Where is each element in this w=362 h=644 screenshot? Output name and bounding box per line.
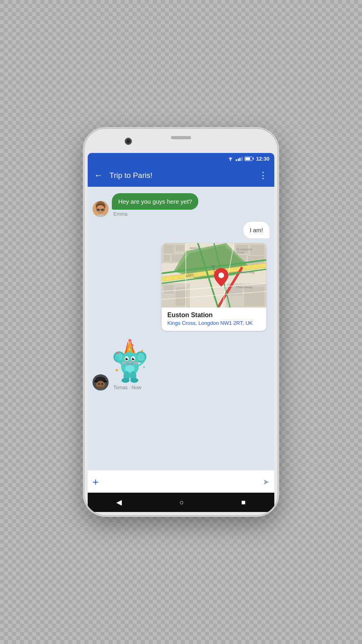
svg-point-51 <box>98 383 100 385</box>
add-button[interactable]: + <box>93 477 99 487</box>
svg-point-84 <box>121 378 130 383</box>
svg-rect-11 <box>176 245 184 251</box>
wifi-icon <box>227 156 234 161</box>
nav-back-button[interactable]: ◀ <box>116 498 122 507</box>
emma-message-text: Hey are you guys here yet? <box>118 198 192 205</box>
status-time: 12:30 <box>256 156 269 162</box>
svg-rect-16 <box>250 245 264 255</box>
location-address: Kings Cross, Longdon NW1 2RT, UK <box>167 320 261 326</box>
camera <box>125 138 132 145</box>
svg-point-74 <box>129 361 131 363</box>
svg-point-48 <box>218 272 224 278</box>
svg-point-6 <box>97 209 99 211</box>
svg-text:Churchway: Churchway <box>236 285 252 289</box>
more-options-button[interactable]: ⋮ <box>259 170 268 181</box>
svg-point-79 <box>122 362 126 364</box>
iam-bubble: I am! <box>243 222 269 238</box>
location-card[interactable]: A501 Drummond Cres Doric Way Churchway M… <box>162 243 266 331</box>
message-row-tomas: Tomas · Now <box>93 339 148 390</box>
iam-message-wrap: I am! <box>243 222 269 238</box>
input-area: + ➤ <box>88 470 274 493</box>
message-input[interactable] <box>102 478 263 485</box>
map-container: A501 Drummond Cres Doric Way Churchway M… <box>162 243 266 308</box>
svg-point-0 <box>230 160 231 161</box>
send-button[interactable]: ➤ <box>263 477 269 487</box>
phone-screen: 12:30 ← Trip to Paris! ⋮ <box>88 153 274 512</box>
svg-point-89 <box>141 350 143 352</box>
tomas-sender-label: Tomas · Now <box>112 385 143 390</box>
svg-text:Doric Way: Doric Way <box>240 270 255 274</box>
svg-rect-24 <box>244 287 264 306</box>
svg-rect-12 <box>164 255 170 261</box>
svg-point-87 <box>131 344 134 347</box>
svg-text:Cres: Cres <box>237 251 244 254</box>
status-icons: 12:30 <box>227 156 269 162</box>
svg-point-61 <box>129 349 130 350</box>
nav-home-button[interactable]: ○ <box>179 498 184 507</box>
svg-rect-91 <box>115 369 118 371</box>
svg-point-7 <box>102 209 103 211</box>
battery-icon <box>245 157 253 161</box>
emma-message-wrap: Hey are you guys here yet? Emma <box>112 193 198 217</box>
svg-point-80 <box>134 362 138 364</box>
message-row-emma: Hey are you guys here yet? Emma <box>93 193 198 217</box>
location-card-row: A501 Drummond Cres Doric Way Churchway M… <box>93 243 269 331</box>
avatar-tomas <box>93 374 109 390</box>
phone-device: 12:30 ← Trip to Paris! ⋮ <box>84 129 278 515</box>
mouse-sticker <box>112 339 148 383</box>
location-name: Euston Station <box>167 312 261 319</box>
nav-recent-button[interactable]: ■ <box>241 498 246 507</box>
svg-point-85 <box>130 378 138 383</box>
chat-area: Hey are you guys here yet? Emma I am! <box>88 187 274 470</box>
message-row-iam: I am! <box>243 222 269 238</box>
tomas-sticker-wrap: Tomas · Now <box>112 339 148 390</box>
emma-bubble: Hey are you guys here yet? <box>112 193 198 210</box>
avatar-emma <box>93 201 109 217</box>
iam-message-text: I am! <box>250 227 263 233</box>
nav-bar: ◀ ○ ■ <box>88 493 274 512</box>
svg-point-59 <box>126 346 128 348</box>
location-info: Euston Station Kings Cross, Longdon NW1 … <box>162 308 266 331</box>
signal-icon <box>236 156 243 161</box>
back-button[interactable]: ← <box>94 170 103 181</box>
svg-rect-10 <box>164 245 174 253</box>
svg-rect-20 <box>164 285 174 293</box>
app-bar: ← Trip to Paris! ⋮ <box>88 164 274 187</box>
svg-point-57 <box>128 339 132 342</box>
svg-text:Melton: Melton <box>190 246 200 250</box>
chat-title: Trip to Paris! <box>109 171 259 180</box>
svg-point-72 <box>127 358 128 359</box>
svg-point-52 <box>101 383 103 385</box>
svg-point-73 <box>133 358 134 359</box>
emma-sender-label: Emma <box>112 211 129 217</box>
svg-point-90 <box>143 366 145 368</box>
svg-point-88 <box>117 352 119 354</box>
status-bar: 12:30 <box>88 153 274 164</box>
